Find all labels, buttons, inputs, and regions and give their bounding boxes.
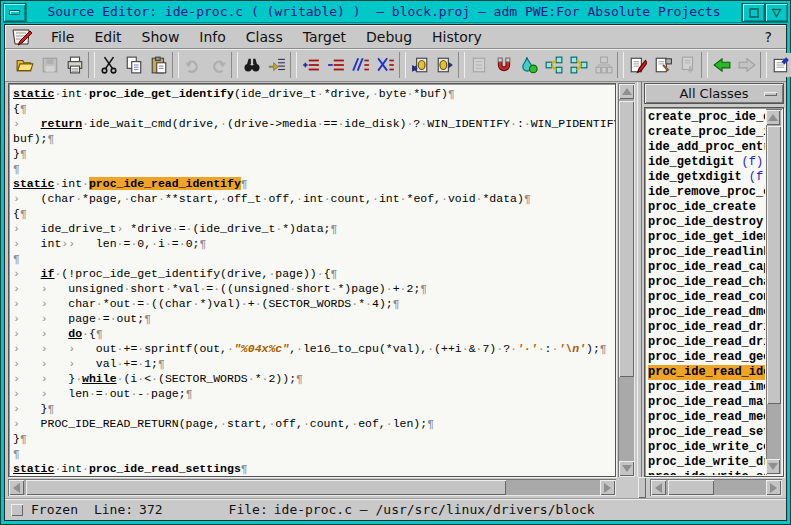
symbol-list-item[interactable]: proc_ide_write_config	[648, 440, 765, 455]
undo-icon	[184, 56, 202, 74]
menu-item-info[interactable]: Info	[189, 27, 236, 47]
magnet-button[interactable]	[492, 53, 515, 77]
symbol-list-item[interactable]: create_proc_ide_drives	[648, 110, 765, 125]
scrollbar-thumb[interactable]	[668, 480, 714, 495]
find-button[interactable]	[240, 53, 263, 77]
symbol-store-button[interactable]	[433, 53, 456, 77]
symbol-list-item[interactable]: proc_ide_read_config	[648, 290, 765, 305]
build-target-button[interactable]	[651, 53, 674, 77]
symbol-list-item[interactable]: proc_ide_read_mate	[648, 395, 765, 410]
symbol-list-item[interactable]: create_proc_ide_interfaces	[648, 125, 765, 140]
properties-button[interactable]	[769, 53, 791, 77]
scroll-right-button[interactable]	[766, 480, 781, 495]
symbol-list-item[interactable]: proc_ide_write_driver	[648, 455, 765, 470]
frozen-toggle[interactable]	[11, 504, 23, 516]
symbol-list-item[interactable]: proc_ide_write_settings	[648, 470, 765, 475]
scrollbar-splitter-grip[interactable]	[638, 477, 646, 498]
doc-import-button[interactable]	[676, 53, 699, 77]
code-line: › return·ide_wait_cmd(drive,·(drive->med…	[13, 116, 615, 131]
symbol-load-button[interactable]	[408, 53, 431, 77]
symbol-list-item-selected[interactable]: proc_ide_read_identify	[648, 365, 765, 380]
code-line: ¶	[13, 161, 615, 176]
code-editor[interactable]: static·int·proc_ide_get_identify(ide_dri…	[8, 83, 616, 477]
refresh-drop-button[interactable]	[517, 53, 540, 77]
symbol-list-item[interactable]: proc_ide_read_driver	[648, 320, 765, 335]
symbol-list-item[interactable]: proc_ide_read_dmodel	[648, 305, 765, 320]
editor-vertical-scrollbar[interactable]	[618, 83, 635, 477]
tree-layout-button[interactable]	[592, 53, 615, 77]
undo-button[interactable]	[181, 53, 204, 77]
list-horizontal-scrollbar[interactable]	[650, 479, 782, 496]
menu-item-file[interactable]: File	[41, 27, 84, 47]
window-menu-button[interactable]	[3, 3, 26, 22]
menu-item-debug[interactable]: Debug	[356, 27, 422, 47]
expand-calls-button[interactable]	[542, 53, 565, 77]
shade-button[interactable]	[765, 3, 788, 22]
expand-tree-button[interactable]	[567, 53, 590, 77]
history-back-button[interactable]	[710, 53, 733, 77]
copy-button[interactable]	[122, 53, 145, 77]
symbol-list-item[interactable]: ide_getdigit (f)	[648, 155, 765, 170]
toolbar-separator	[617, 52, 624, 78]
scroll-down-button[interactable]	[766, 459, 780, 474]
scroll-down-button[interactable]	[619, 461, 634, 476]
editor-horizontal-scrollbar[interactable]	[8, 479, 616, 496]
maximize-button[interactable]	[742, 3, 765, 22]
menu-item-show[interactable]: Show	[132, 27, 190, 47]
symbol-list-item[interactable]: proc_ide_read_geometry	[648, 350, 765, 365]
history-forward-button[interactable]	[735, 53, 758, 77]
menu-item-edit[interactable]: Edit	[84, 27, 131, 47]
symbol-label: proc_ide_destroy	[648, 215, 763, 229]
symbol-list-item[interactable]: ide_remove_proc_entries	[648, 185, 765, 200]
scrollbar-thumb[interactable]	[767, 126, 781, 404]
menu-item-history[interactable]: History	[422, 27, 492, 47]
menu-item-class[interactable]: Class	[236, 27, 293, 47]
scroll-left-button[interactable]	[9, 480, 24, 495]
symbol-list-item[interactable]: proc_ide_read_settings	[648, 425, 765, 440]
paste-icon	[150, 56, 168, 74]
panel-splitter[interactable]	[637, 82, 642, 477]
code-line: static·int·proc_ide_read_identify¶	[13, 176, 615, 191]
indent-add-button[interactable]	[299, 53, 322, 77]
code-line: › ide_drive_t› *drive·=·(ide_drive_t·*)d…	[13, 221, 615, 236]
goto-line-icon	[268, 56, 286, 74]
symbol-list-item[interactable]: proc_ide_get_identify	[648, 230, 765, 245]
redo-button[interactable]	[206, 53, 229, 77]
menu-item-target[interactable]: Target	[293, 27, 356, 47]
symbol-list-item[interactable]: proc_ide_readlink	[648, 245, 765, 260]
symbol-list-item[interactable]: proc_ide_read_capacity	[648, 260, 765, 275]
symbol-list: create_proc_ide_drivescreate_proc_ide_in…	[648, 110, 765, 475]
class-filter-dropdown[interactable]: All Classes	[644, 83, 784, 104]
symbol-list-item[interactable]: proc_ide_read_media	[648, 410, 765, 425]
symbol-list-item[interactable]: proc_ide_create	[648, 200, 765, 215]
print-button[interactable]	[63, 53, 86, 77]
scroll-up-button[interactable]	[619, 84, 634, 99]
comment-add-button[interactable]	[349, 53, 372, 77]
goto-line-button[interactable]	[265, 53, 288, 77]
save-file-button[interactable]	[38, 53, 61, 77]
list-vertical-scrollbar[interactable]	[766, 109, 782, 475]
scroll-left-button[interactable]	[651, 480, 666, 495]
symbol-list-item[interactable]: proc_ide_read_drivers	[648, 335, 765, 350]
symbol-list-item[interactable]: proc_ide_read_channel	[648, 275, 765, 290]
scrollbar-thumb[interactable]	[26, 480, 506, 495]
cut-button[interactable]	[97, 53, 120, 77]
code-line: › › do·{¶	[13, 326, 615, 341]
open-file-button[interactable]	[13, 53, 36, 77]
menu-item-help[interactable]: ?	[757, 27, 780, 47]
doc-check-button[interactable]	[467, 53, 490, 77]
symbol-list-item[interactable]: proc_ide_read_imodel	[648, 380, 765, 395]
comment-remove-button[interactable]	[374, 53, 397, 77]
symbol-list-item[interactable]: ide_add_proc_entries	[648, 140, 765, 155]
edit-source-button[interactable]	[626, 53, 649, 77]
symbol-list-item[interactable]: proc_ide_destroy	[648, 215, 765, 230]
scroll-up-button[interactable]	[766, 110, 780, 125]
code-line: }¶	[13, 146, 615, 161]
paste-button[interactable]	[147, 53, 170, 77]
symbol-list-item[interactable]: ide_getxdigit (f)	[648, 170, 765, 185]
scroll-right-button[interactable]	[600, 480, 615, 495]
scrollbar-thumb[interactable]	[619, 101, 634, 377]
shade-triangle-icon	[771, 8, 782, 18]
line-label: Line:	[94, 502, 133, 517]
indent-remove-button[interactable]	[324, 53, 347, 77]
